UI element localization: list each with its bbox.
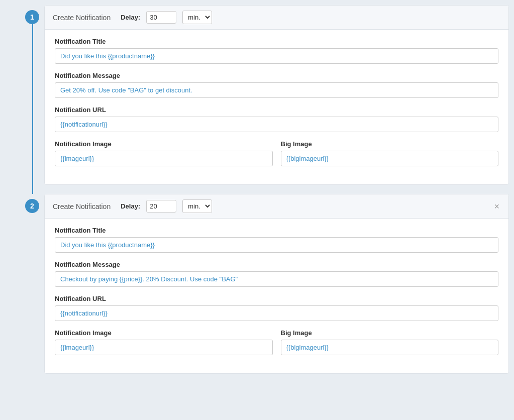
big-image-input-2[interactable] <box>281 340 499 355</box>
notification-card-1: Create Notification Delay: min. hr. day … <box>44 5 509 185</box>
image-label-2: Notification Image <box>55 329 273 337</box>
delay-input-1[interactable] <box>146 11 176 24</box>
title-input-1[interactable] <box>55 48 498 64</box>
url-input-2[interactable] <box>55 305 498 321</box>
image-input-2[interactable] <box>55 340 273 355</box>
form-group-image-1: Notification Image <box>55 140 273 166</box>
image-input-1[interactable] <box>55 151 273 166</box>
message-input-1[interactable] <box>55 82 498 98</box>
vertical-line-1 <box>32 24 33 194</box>
step-container-1: 1 Create Notification Delay: min. hr. da… <box>25 5 509 185</box>
delay-label-2: Delay: <box>121 202 140 210</box>
card-header-1: Create Notification Delay: min. hr. day <box>45 6 508 30</box>
url-label-1: Notification URL <box>55 106 498 114</box>
card-body-2: Notification Title Notification Message … <box>45 219 508 373</box>
big-image-label-1: Big Image <box>281 140 499 148</box>
message-input-2[interactable] <box>55 271 498 287</box>
card-title-1: Create Notification <box>53 14 111 22</box>
url-input-1[interactable] <box>55 117 498 132</box>
form-group-big-image-2: Big Image <box>281 329 499 355</box>
image-label-1: Notification Image <box>55 140 273 148</box>
card-header-2: Create Notification Delay: min. hr. day … <box>45 194 508 219</box>
message-label-2: Notification Message <box>55 261 498 268</box>
big-image-label-2: Big Image <box>281 329 499 337</box>
close-button-2[interactable]: × <box>492 202 501 211</box>
form-group-url-2: Notification URL <box>55 295 498 321</box>
card-title-2: Create Notification <box>53 202 111 211</box>
form-group-title-2: Notification Title <box>55 227 498 253</box>
title-input-2[interactable] <box>55 237 498 253</box>
delay-select-2[interactable]: min. hr. day <box>182 199 212 213</box>
form-group-message-1: Notification Message <box>55 72 498 98</box>
delay-label-1: Delay: <box>121 14 140 21</box>
form-group-big-image-1: Big Image <box>281 140 499 166</box>
form-group-image-2: Notification Image <box>55 329 273 355</box>
title-label-2: Notification Title <box>55 227 498 234</box>
url-label-2: Notification URL <box>55 295 498 302</box>
page-wrapper: 1 Create Notification Delay: min. hr. da… <box>5 5 509 374</box>
delay-select-1[interactable]: min. hr. day <box>182 11 212 24</box>
form-group-url-1: Notification URL <box>55 106 498 132</box>
notification-card-2: Create Notification Delay: min. hr. day … <box>44 194 509 374</box>
form-group-title-1: Notification Title <box>55 38 498 64</box>
step-container-2: 2 Create Notification Delay: min. hr. da… <box>25 194 509 374</box>
step-badge-1: 1 <box>25 10 39 24</box>
form-row-images-2: Notification Image Big Image <box>55 329 498 363</box>
title-label-1: Notification Title <box>55 38 498 45</box>
message-label-1: Notification Message <box>55 72 498 79</box>
big-image-input-1[interactable] <box>281 151 499 166</box>
card-body-1: Notification Title Notification Message … <box>45 30 508 184</box>
form-row-images-1: Notification Image Big Image <box>55 140 498 174</box>
form-group-message-2: Notification Message <box>55 261 498 287</box>
delay-input-2[interactable] <box>146 200 176 213</box>
step-badge-2: 2 <box>25 199 39 213</box>
